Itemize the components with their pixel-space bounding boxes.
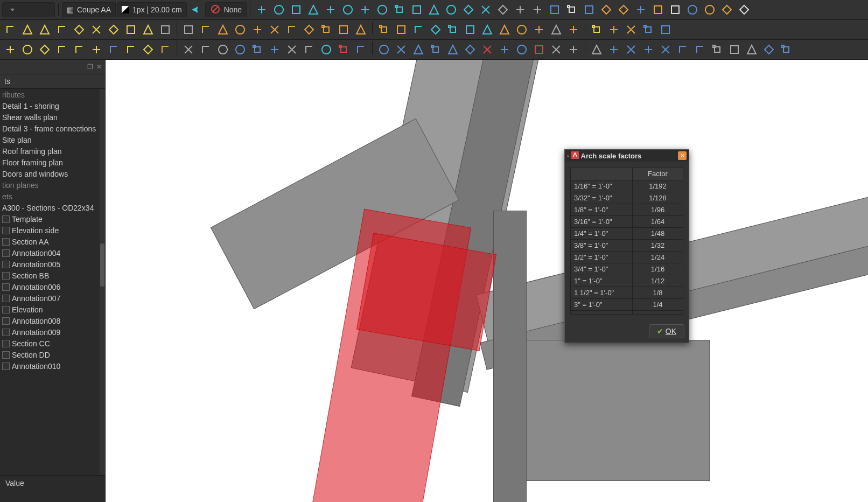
sheet-icon[interactable] [564,2,580,18]
send-icon[interactable] [188,2,204,18]
tree-item[interactable]: Detail 1 - shoring [0,100,105,111]
orange2-icon[interactable] [623,22,639,38]
poly1-icon[interactable] [54,22,70,38]
tree-item[interactable]: Elevation [0,304,105,315]
dots3-icon[interactable] [37,22,53,38]
teal2-icon[interactable] [428,22,444,38]
tree-item[interactable]: Annotation007 [0,292,105,304]
rotate-icon[interactable] [267,41,283,58]
brush-icon[interactable] [271,2,287,18]
rect-icon[interactable] [88,22,104,38]
checkbox-icon[interactable] [2,283,10,291]
gold3-icon[interactable] [249,22,265,38]
table-row[interactable]: 3/16" = 1'-0"1/64 [571,216,683,228]
xsnap-icon[interactable] [340,2,356,18]
tree-item[interactable]: Annotation008 [0,315,105,326]
orange1-icon[interactable] [606,22,622,38]
box3d-icon[interactable] [548,41,564,58]
fence-icon[interactable] [548,22,564,38]
tree-item[interactable]: Annotation006 [0,281,105,292]
dropdown-blank[interactable] [2,2,55,17]
bool3-icon[interactable] [744,41,760,58]
swap-icon[interactable] [88,41,104,58]
table-row[interactable]: 1/2" = 1'-0"1/24 [571,252,683,263]
ok-button[interactable]: ✔ OK [649,324,684,338]
crosshair-icon[interactable] [232,41,248,58]
tools-icon[interactable] [529,2,545,18]
plane-icon[interactable] [478,2,494,18]
grid-icon[interactable] [460,2,477,18]
table-row[interactable]: 3" = 1'-0"1/4 [571,299,683,311]
rect2-icon[interactable] [37,41,53,58]
combo-none[interactable]: None [205,2,247,17]
text1-icon[interactable] [180,41,197,58]
colorwheel-icon[interactable] [650,2,666,18]
teal5-icon[interactable] [479,22,495,38]
knife-icon[interactable] [353,41,369,58]
vert-icon[interactable] [426,2,442,18]
bool1-icon[interactable] [709,41,725,58]
checkbox-icon[interactable] [2,272,10,280]
combo-lineweight[interactable]: 1px | 20.00 cm [117,2,187,17]
model-tree[interactable]: ributesDetail 1 - shoringShear walls pla… [0,89,105,475]
doc-icon[interactable] [667,2,683,18]
gold8-icon[interactable] [335,22,352,38]
side-tab[interactable]: ts [0,74,105,89]
gold6-icon[interactable] [301,22,317,38]
table-row[interactable]: 1/4" = 1'-0"1/48 [571,228,683,240]
tree-item[interactable]: ets [0,191,105,202]
lshape2-icon[interactable] [71,41,87,58]
tree-item[interactable]: Section AA [0,236,105,247]
s-icon[interactable] [2,41,18,58]
icol-icon[interactable] [589,22,605,38]
gridbold-icon[interactable] [512,2,528,18]
tree-item[interactable]: Roof framing plan [0,145,105,157]
checkbox-icon[interactable] [2,351,10,359]
tree2-icon[interactable] [657,41,674,58]
lock-icon[interactable] [254,2,270,18]
checkbox-icon[interactable] [2,340,10,347]
gold13-icon[interactable] [514,22,530,38]
table-row[interactable]: 1/8" = 1'-0"1/96 [571,204,683,216]
pen-icon[interactable] [445,41,461,58]
checkbox-icon[interactable] [2,329,10,336]
vbar-icon[interactable] [106,41,122,58]
tree-item[interactable]: ributes [0,89,105,100]
brk2-icon[interactable] [778,41,794,58]
page-icon[interactable] [428,41,444,58]
globe1-icon[interactable] [284,41,300,58]
helmet-icon[interactable] [198,22,214,38]
gold12-icon[interactable] [496,22,513,38]
blue1-icon[interactable] [640,22,656,38]
brush2-icon[interactable] [288,2,304,18]
blue2-icon[interactable] [657,22,674,38]
house-icon[interactable] [547,2,563,18]
undock-icon[interactable]: ❐ [87,63,93,71]
expand-icon[interactable] [215,41,231,58]
spline1-icon[interactable] [123,22,139,38]
table-row[interactable]: 3/8" = 1'-0"1/32 [571,240,683,252]
hatch-icon[interactable] [157,22,173,38]
table-row[interactable]: 1/16" = 1'-0"1/192 [571,180,683,192]
tree-item[interactable]: Floor framing plan [0,157,105,168]
teal4-icon[interactable] [462,22,478,38]
tree-item[interactable]: Doors and windows [0,168,105,179]
teal1-icon[interactable] [410,22,426,38]
bool2-icon[interactable] [726,41,743,58]
tree-item[interactable]: Annotation010 [0,360,105,372]
table-icon[interactable] [719,2,735,18]
tree-item[interactable]: Annotation009 [0,326,105,338]
dialog-titlebar[interactable]: ▪ Arch scale factors ✕ [565,150,689,162]
teal3-icon[interactable] [445,22,461,38]
brk1-icon[interactable] [761,41,777,58]
gridfaint-icon[interactable] [495,2,511,18]
tree-item[interactable]: Annotation004 [0,247,105,259]
close-panel-icon[interactable]: ✕ [96,63,102,71]
tree-item[interactable]: Site plan [0,134,105,145]
checkbox-icon[interactable] [2,227,10,234]
tree-item[interactable]: Template [0,213,105,225]
plus-icon[interactable] [443,2,459,18]
slice-icon[interactable] [376,41,392,58]
dots-icon[interactable] [374,2,390,18]
grid3-icon[interactable] [123,41,139,58]
